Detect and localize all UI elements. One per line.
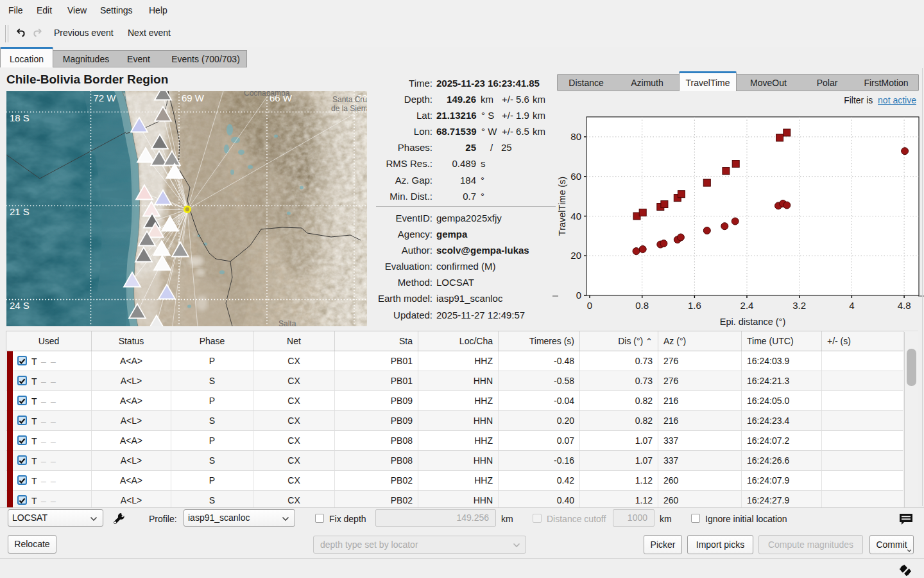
svg-text:0: 0 (576, 290, 581, 301)
svg-text:24 S: 24 S (10, 300, 30, 311)
svg-text:72 W: 72 W (94, 92, 117, 103)
svg-text:1.6: 1.6 (688, 300, 701, 311)
svg-text:Epi. distance (°): Epi. distance (°) (720, 317, 786, 327)
svg-text:2.4: 2.4 (740, 300, 754, 311)
svg-text:80: 80 (570, 131, 581, 142)
svg-text:21 S: 21 S (10, 206, 30, 217)
svg-text:4: 4 (849, 300, 854, 311)
svg-text:0.8: 0.8 (635, 300, 649, 311)
svg-text:69 W: 69 W (182, 92, 205, 103)
svg-text:40: 40 (570, 211, 581, 222)
svg-text:0: 0 (587, 300, 592, 311)
svg-text:4.8: 4.8 (898, 300, 911, 311)
svg-text:60: 60 (570, 171, 581, 182)
svg-text:18 S: 18 S (10, 112, 30, 123)
svg-text:TravelTime (s): TravelTime (s) (557, 177, 567, 236)
svg-text:20: 20 (570, 250, 581, 261)
svg-text:3.2: 3.2 (792, 300, 806, 311)
